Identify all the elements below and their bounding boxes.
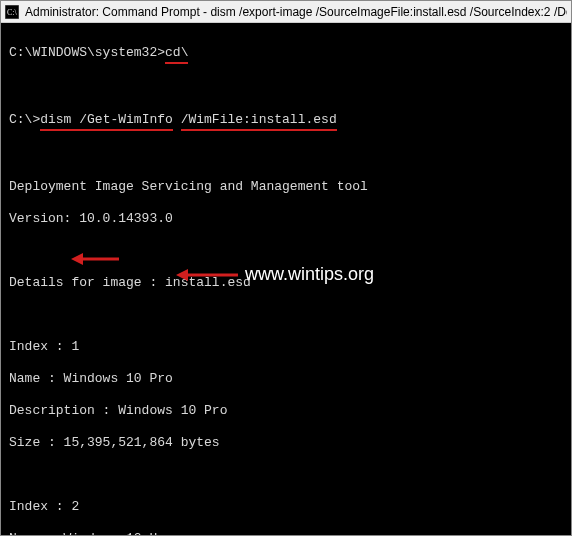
image-desc: Description : Windows 10 Pro (9, 403, 563, 419)
prompt: C:\WINDOWS\system32> (9, 45, 165, 60)
image-index: Index : 2 (9, 499, 563, 515)
svg-text:C:\: C:\ (7, 8, 18, 17)
prompt: C:\> (9, 112, 40, 127)
window-title: Administrator: Command Prompt - dism /ex… (25, 5, 567, 19)
tool-header: Deployment Image Servicing and Managemen… (9, 179, 563, 195)
tool-version: Version: 10.0.14393.0 (9, 211, 563, 227)
cmd-cd: cd\ (165, 45, 188, 64)
cmd-icon: C:\ (5, 5, 19, 19)
image-name: Name : Windows 10 Home (9, 531, 563, 535)
cmd-dism-part-b: /WimFile:install.esd (181, 112, 337, 131)
titlebar[interactable]: C:\ Administrator: Command Prompt - dism… (1, 1, 571, 23)
terminal-output[interactable]: C:\WINDOWS\system32>cd\ C:\>dism /Get-Wi… (1, 23, 571, 535)
cmd-window: C:\ Administrator: Command Prompt - dism… (0, 0, 572, 536)
details-header: Details for image : install.esd (9, 275, 563, 291)
image-size: Size : 15,395,521,864 bytes (9, 435, 563, 451)
image-name: Name : Windows 10 Pro (9, 371, 563, 387)
image-index: Index : 1 (9, 339, 563, 355)
cmd-dism-part-a: dism /Get-WimInfo (40, 112, 173, 131)
